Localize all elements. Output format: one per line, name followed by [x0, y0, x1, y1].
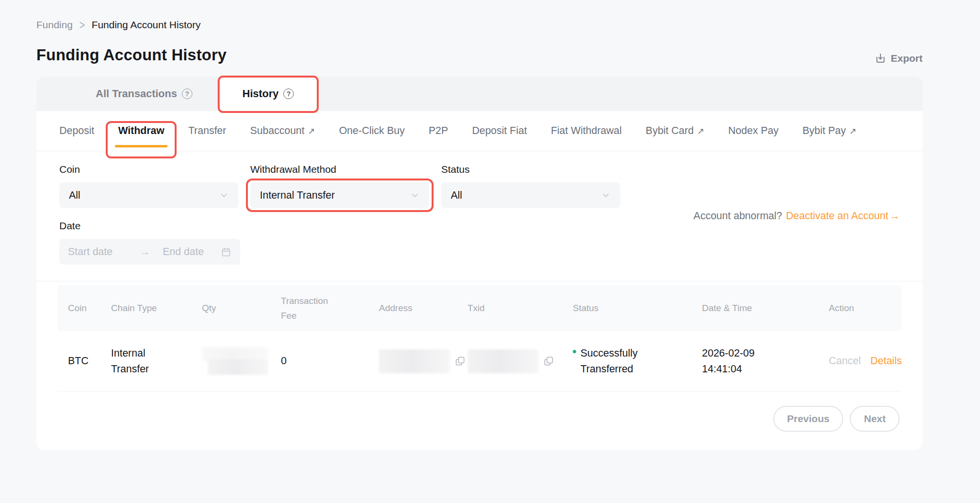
external-link-icon: ↗	[697, 126, 704, 136]
account-abnormal-text: Account abnormal?	[693, 210, 782, 222]
subtab-withdraw[interactable]: Withdraw	[118, 111, 165, 151]
export-label: Export	[891, 53, 923, 64]
row-time: 14:41:04	[702, 361, 829, 377]
page-content: Funding > Funding Account History Fundin…	[36, 0, 923, 450]
details-action[interactable]: Details	[870, 355, 902, 367]
cancel-action[interactable]: Cancel	[829, 355, 861, 367]
external-link-icon: ↗	[308, 126, 315, 136]
coin-select-value: All	[69, 190, 80, 201]
subtab-fiat-withdrawal[interactable]: Fiat Withdrawal	[551, 125, 622, 137]
end-date-placeholder: End date	[163, 246, 221, 258]
txid-redacted-block	[468, 349, 538, 373]
title-row: Funding Account History Export	[36, 46, 923, 64]
help-icon[interactable]: ?	[283, 89, 294, 99]
help-icon[interactable]: ?	[182, 89, 192, 99]
download-icon	[875, 53, 886, 64]
date-filter: Date Start date → End date	[59, 220, 900, 265]
deactivate-account-link[interactable]: Deactivate an Account→	[786, 210, 900, 222]
date-range-input[interactable]: Start date → End date	[59, 239, 240, 265]
redacted-block	[208, 359, 268, 375]
cell-transaction-fee: 0	[281, 355, 379, 367]
status-select-value: All	[451, 190, 462, 201]
subtab-label: Transfer	[188, 125, 226, 137]
subtab-deposit[interactable]: Deposit	[59, 125, 94, 137]
tab-all-transactions-label: All Transactions	[96, 88, 177, 100]
filters-section: Coin All Withdrawal Method Internal Tran…	[36, 151, 923, 281]
page-title: Funding Account History	[36, 46, 227, 64]
funding-history-card: All Transactions ? History ? Deposit Wit…	[36, 77, 923, 450]
table-row: BTC Internal Transfer 0	[57, 331, 902, 391]
subtab-label: Bybit Pay	[802, 125, 846, 137]
col-transaction-fee: Transaction Fee	[281, 293, 329, 324]
subtab-deposit-fiat[interactable]: Deposit Fiat	[472, 125, 527, 137]
status-text: Successfully Transferred	[580, 346, 650, 377]
subtab-label: Fiat Withdrawal	[551, 125, 622, 137]
subtab-label: Nodex Pay	[728, 125, 779, 137]
chevron-down-icon	[601, 190, 611, 200]
subtab-subaccount[interactable]: Subaccount↗	[250, 125, 315, 137]
cell-status: Successfully Transferred	[573, 346, 702, 377]
subtab-one-click-buy[interactable]: One-Click Buy	[339, 125, 404, 137]
cell-qty-redacted	[202, 347, 274, 376]
cell-address	[379, 349, 468, 373]
deactivate-account-label: Deactivate an Account	[786, 210, 889, 222]
cell-chain-type: Internal Transfer	[111, 346, 164, 377]
col-address: Address	[379, 303, 468, 313]
active-tab-underline	[115, 145, 167, 147]
subtab-label: Bybit Card	[646, 125, 693, 137]
chevron-down-icon	[410, 190, 420, 200]
subtab-label: One-Click Buy	[339, 125, 404, 137]
table-header-row: Coin Chain Type Qty Transaction Fee Addr…	[57, 285, 902, 331]
status-dot-icon	[573, 350, 576, 353]
coin-filter-label: Coin	[59, 164, 238, 175]
account-abnormal-note: Account abnormal? Deactivate an Account→	[693, 210, 900, 222]
cell-date-time: 2026-02-09 14:41:04	[702, 346, 829, 377]
subtab-nodex-pay[interactable]: Nodex Pay	[728, 125, 779, 137]
subtab-bybit-card[interactable]: Bybit Card↗	[646, 125, 704, 137]
coin-select[interactable]: All	[59, 182, 238, 208]
subtab-label: Subaccount	[250, 125, 305, 137]
tab-history[interactable]: History ?	[219, 77, 317, 111]
col-status: Status	[573, 303, 702, 313]
withdrawal-method-label: Withdrawal Method	[250, 164, 429, 175]
tab-all-transactions[interactable]: All Transactions ?	[36, 77, 219, 111]
history-tabbar: All Transactions ? History ?	[36, 77, 923, 111]
subtab-p2p[interactable]: P2P	[429, 125, 448, 137]
row-date: 2026-02-09	[702, 346, 829, 361]
next-page-button[interactable]: Next	[850, 406, 900, 432]
withdrawal-method-filter: Withdrawal Method Internal Transfer	[250, 164, 429, 208]
status-select[interactable]: All	[441, 182, 620, 208]
withdrawal-method-select[interactable]: Internal Transfer	[250, 182, 429, 208]
cell-coin: BTC	[68, 355, 111, 367]
subtab-label: P2P	[429, 125, 448, 137]
chevron-down-icon	[219, 190, 229, 200]
previous-page-button[interactable]: Previous	[773, 406, 844, 432]
subtab-label: Deposit	[59, 125, 94, 137]
breadcrumb-current: Funding Account History	[92, 19, 201, 31]
withdrawal-method-value: Internal Transfer	[260, 190, 335, 201]
withdraw-subtabs: Deposit Withdraw Transfer Subaccount↗ On…	[36, 111, 923, 151]
col-date-time: Date & Time	[702, 303, 829, 313]
col-action: Action	[829, 303, 891, 313]
tab-history-label: History	[243, 88, 279, 100]
status-filter: Status All	[441, 164, 620, 208]
chevron-right-icon: >	[79, 18, 85, 32]
col-chain-type: Chain Type	[111, 303, 202, 313]
col-qty: Qty	[202, 303, 281, 313]
subtab-bybit-pay[interactable]: Bybit Pay↗	[802, 125, 857, 137]
external-link-icon: ↗	[849, 126, 857, 136]
pagination: Previous Next	[36, 391, 923, 432]
copy-icon[interactable]	[543, 356, 554, 367]
arrow-right-icon: →	[890, 210, 900, 222]
copy-icon[interactable]	[455, 356, 466, 367]
range-arrow-icon: →	[140, 246, 163, 258]
breadcrumb-funding[interactable]: Funding	[36, 19, 73, 31]
subtab-transfer[interactable]: Transfer	[188, 125, 226, 137]
subtab-label: Deposit Fiat	[472, 125, 527, 137]
export-button[interactable]: Export	[875, 53, 923, 64]
coin-filter: Coin All	[59, 164, 238, 208]
cell-txid	[468, 349, 573, 373]
col-coin: Coin	[68, 303, 111, 313]
calendar-icon[interactable]	[221, 246, 232, 257]
withdraw-history-table: Coin Chain Type Qty Transaction Fee Addr…	[36, 281, 923, 391]
